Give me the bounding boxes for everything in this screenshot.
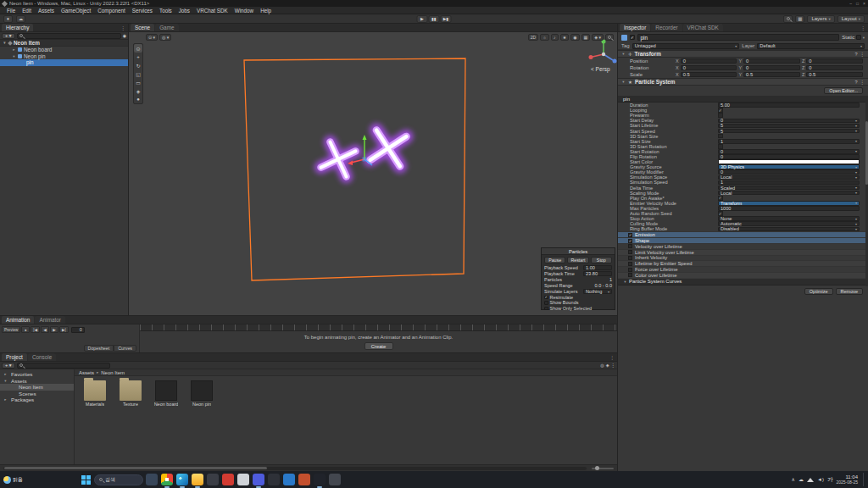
menu-item[interactable]: Jobs (175, 7, 193, 14)
taskbar-app-icon[interactable] (146, 474, 158, 485)
rotate-tool-button[interactable]: ↻ (134, 61, 142, 69)
lighting-toggle-icon[interactable]: ☼ (540, 34, 549, 41)
taskbar-app-icon[interactable] (161, 474, 173, 485)
effects-toggle-icon[interactable]: ★ (560, 34, 569, 41)
neon-x-right[interactable] (370, 130, 407, 167)
ps-property-row[interactable]: Ring Buffer Mode Disabled (618, 226, 868, 231)
ps-property-control[interactable]: Scaled (718, 186, 860, 191)
optimize-button[interactable]: Optimize (804, 288, 833, 295)
component-menu-icon[interactable]: ⋮ (860, 52, 865, 57)
tool-handle-rotation-dropdown[interactable]: ◎ ▾ (159, 34, 171, 41)
dopesheet-button[interactable]: Dopesheet (84, 345, 114, 352)
y-field[interactable]: 0 (743, 65, 800, 71)
taskbar-app-icon[interactable] (283, 474, 295, 485)
ps-module-row[interactable]: Inherit Velocity (618, 255, 868, 261)
scene-game-tab[interactable]: Scene (131, 24, 154, 31)
cloud-services-icon[interactable]: ☁ (16, 15, 25, 23)
hierarchy-search-input[interactable] (17, 33, 121, 39)
module-checkbox[interactable] (628, 233, 632, 237)
particle-system-component-header[interactable]: ▾ ★ Particle System ? ⋮ (618, 78, 868, 86)
ps-property-control[interactable] (718, 113, 723, 118)
x-field[interactable]: 0 (681, 65, 737, 71)
module-checkbox[interactable] (628, 256, 632, 260)
taskbar-app-icon[interactable] (176, 474, 188, 485)
taskbar-app-icon[interactable] (222, 474, 234, 485)
particles-stat-value[interactable]: 1 (583, 277, 612, 282)
inspector-tab[interactable]: VRChat SDK (683, 24, 723, 31)
ps-property-control[interactable]: None (718, 216, 860, 221)
module-checkbox[interactable] (628, 250, 632, 254)
scene-visibility-icon[interactable]: ◉ (123, 33, 126, 38)
module-checkbox[interactable] (628, 268, 632, 272)
particles-stat-value[interactable]: 1.00 (583, 265, 612, 270)
tray-chevron-icon[interactable]: ∧ (792, 477, 795, 482)
ps-module-row[interactable]: Color over Lifetime (618, 272, 868, 278)
ps-property-control[interactable]: 3D Physics (718, 164, 860, 169)
remove-button[interactable]: Remove (836, 288, 863, 295)
ps-property-control[interactable]: Local (718, 175, 860, 180)
hidden-packages-icon[interactable]: ◎ (600, 363, 604, 368)
particles-stat-value[interactable]: 23.80 (583, 271, 612, 276)
ps-module-row[interactable]: Shape (618, 237, 868, 243)
animation-tab[interactable]: Animator (35, 316, 65, 324)
taskbar-app-icon[interactable] (329, 474, 341, 485)
view-tool-button[interactable]: ⊙ (134, 44, 142, 53)
search-icon[interactable] (783, 15, 793, 23)
module-checkbox[interactable] (628, 244, 632, 248)
panel-menu-icon[interactable]: ⋮ (120, 25, 125, 30)
project-tab[interactable]: Console (28, 353, 56, 361)
z-field[interactable]: 0 (806, 65, 863, 71)
menu-item[interactable]: Tools (156, 7, 175, 14)
checkbox[interactable] (544, 307, 548, 311)
preview-toggle[interactable]: Preview (2, 326, 20, 333)
create-asset-button[interactable]: + ▾ (2, 363, 15, 369)
inspector-tab[interactable]: Recorder (651, 24, 682, 31)
module-checkbox[interactable] (628, 239, 632, 243)
ps-module-row[interactable]: Limit Velocity over Lifetime (618, 249, 868, 255)
menu-item[interactable]: Component (94, 7, 129, 14)
layers-dropdown[interactable]: Layers▾ (807, 15, 834, 23)
menu-item[interactable]: Assets (35, 7, 58, 14)
lock-icon[interactable]: ◈ (606, 363, 609, 368)
taskbar-app-icon[interactable] (192, 474, 203, 485)
scale-tool-button[interactable]: ◱ (134, 69, 142, 78)
taskbar-app-icon[interactable] (298, 474, 310, 485)
play-button[interactable]: ▶ (417, 15, 428, 23)
transform-tool-button[interactable]: ◈ (134, 86, 142, 95)
minimize-button[interactable]: – (849, 1, 852, 6)
ps-module-row[interactable]: Velocity over Lifetime (618, 243, 868, 249)
particles-overlay-title[interactable]: Particles (542, 248, 615, 255)
custom-tool-button[interactable]: ● (134, 95, 142, 103)
module-checkbox[interactable] (628, 273, 632, 277)
move-tool-button[interactable]: + (134, 53, 142, 61)
show-desktop-button[interactable] (863, 473, 865, 486)
hierarchy-item[interactable]: pin (0, 59, 128, 66)
z-field[interactable]: 0 (806, 58, 863, 64)
ps-property-control[interactable]: 0 (718, 149, 860, 154)
ps-property-control[interactable] (718, 211, 723, 216)
curves-header[interactable]: ▾ Particle System Curves (618, 279, 868, 286)
name-field[interactable]: pin (637, 34, 840, 41)
clock[interactable]: 11:04 2025-08-25 (836, 474, 858, 485)
particles-control-button[interactable]: Stop (591, 257, 612, 263)
project-search-input[interactable] (17, 363, 110, 369)
prev-frame-button[interactable]: ◀ (41, 326, 49, 333)
menu-icon[interactable]: ⋮ (611, 363, 616, 368)
ps-property-control[interactable]: 1000 (718, 206, 860, 211)
layout-dropdown[interactable]: Layout▾ (837, 15, 865, 23)
grid-toggle-icon[interactable]: ▦ (581, 34, 591, 41)
ps-property-control[interactable]: 1 (718, 139, 860, 144)
maximize-button[interactable]: □ (856, 1, 859, 6)
create-clip-button[interactable]: Create (364, 342, 393, 350)
project-tree-item[interactable]: ▸ Packages (0, 396, 74, 403)
menu-item[interactable]: VRChat SDK (193, 7, 231, 14)
pause-button[interactable]: ▮▮ (429, 15, 440, 23)
ps-property-control[interactable]: 0 (718, 154, 860, 159)
audio-toggle-icon[interactable]: ♪ (551, 34, 559, 41)
ps-property-control[interactable]: Disabled (718, 227, 860, 232)
project-tree-item[interactable]: ▾ Assets (0, 378, 74, 385)
volume-icon[interactable]: ◄) (817, 477, 824, 482)
taskbar-app-icon[interactable] (237, 474, 249, 485)
menu-item[interactable]: File (3, 7, 19, 14)
wifi-icon[interactable] (807, 478, 814, 482)
